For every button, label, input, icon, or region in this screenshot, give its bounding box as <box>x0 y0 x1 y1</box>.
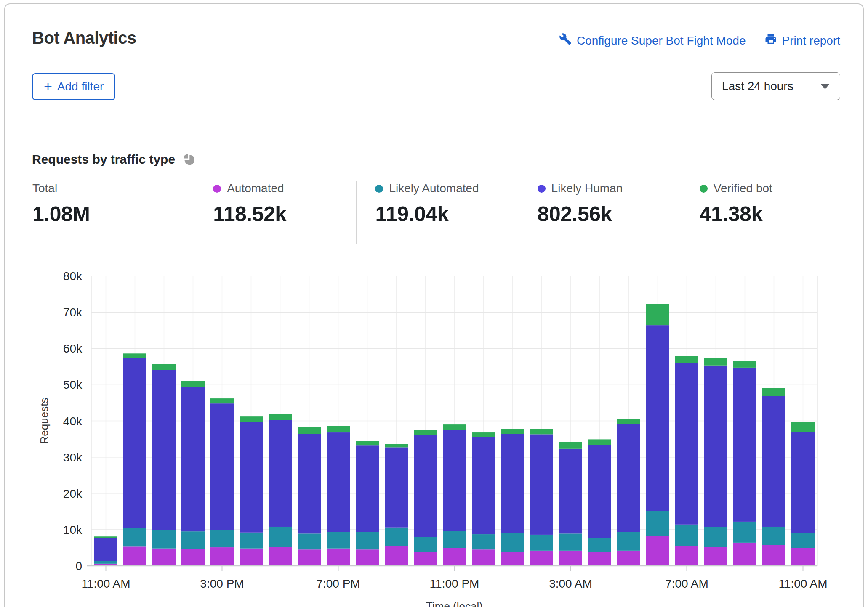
add-filter-button[interactable]: + Add filter <box>32 73 115 100</box>
bar-segment-automated[interactable] <box>269 547 292 566</box>
bar-segment-likely-automated[interactable] <box>646 511 669 536</box>
bar-segment-automated[interactable] <box>123 546 146 566</box>
bar-segment-likely-automated[interactable] <box>588 538 611 552</box>
bar-segment-likely-automated[interactable] <box>791 533 815 548</box>
bar-segment-automated[interactable] <box>733 543 756 566</box>
bar-segment-likely-automated[interactable] <box>123 528 146 546</box>
bar-segment-verified-bot[interactable] <box>733 361 756 368</box>
bar-segment-verified-bot[interactable] <box>385 444 408 448</box>
bar-segment-verified-bot[interactable] <box>269 414 292 420</box>
bar-segment-likely-automated[interactable] <box>414 537 437 552</box>
bar-segment-likely-human[interactable] <box>762 396 785 527</box>
bar-segment-likely-automated[interactable] <box>152 530 176 549</box>
bar-segment-likely-human[interactable] <box>646 325 669 511</box>
bar-segment-automated[interactable] <box>210 547 234 566</box>
bar-segment-verified-bot[interactable] <box>94 536 117 538</box>
bar-segment-automated[interactable] <box>791 548 815 566</box>
bar-segment-automated[interactable] <box>762 545 785 566</box>
bar-segment-likely-automated[interactable] <box>210 530 234 547</box>
bar-segment-verified-bot[interactable] <box>559 442 582 448</box>
bar-segment-likely-human[interactable] <box>181 387 205 531</box>
bar-segment-likely-automated[interactable] <box>181 531 205 549</box>
stat-likely-human[interactable]: Likely Human802.56k <box>519 181 681 244</box>
bar-segment-likely-human[interactable] <box>559 449 582 534</box>
bar-segment-likely-human[interactable] <box>675 363 698 525</box>
bar-segment-likely-human[interactable] <box>588 445 611 538</box>
bar-segment-automated[interactable] <box>327 549 350 566</box>
bar-segment-verified-bot[interactable] <box>501 429 524 434</box>
bar-segment-likely-automated[interactable] <box>240 533 263 549</box>
bar-segment-likely-automated[interactable] <box>94 561 117 564</box>
bar-segment-likely-human[interactable] <box>617 424 640 532</box>
bar-segment-verified-bot[interactable] <box>472 432 495 437</box>
bar-segment-likely-automated[interactable] <box>501 533 524 552</box>
bar-segment-likely-automated[interactable] <box>617 532 640 551</box>
bar-segment-automated[interactable] <box>356 549 379 566</box>
bar-segment-automated[interactable] <box>704 547 727 566</box>
bar-segment-likely-human[interactable] <box>472 437 495 534</box>
bar-segment-verified-bot[interactable] <box>646 304 669 325</box>
stat-automated[interactable]: Automated118.52k <box>194 181 356 244</box>
bar-segment-likely-automated[interactable] <box>269 527 292 547</box>
bar-segment-likely-automated[interactable] <box>356 532 379 549</box>
bar-segment-likely-automated[interactable] <box>559 533 582 550</box>
bar-segment-verified-bot[interactable] <box>181 381 205 387</box>
bar-segment-likely-human[interactable] <box>443 430 466 531</box>
bar-segment-likely-human[interactable] <box>414 435 437 537</box>
bar-segment-likely-automated[interactable] <box>762 527 785 545</box>
bar-segment-likely-automated[interactable] <box>443 531 466 548</box>
bar-segment-likely-automated[interactable] <box>530 535 553 551</box>
bar-segment-likely-automated[interactable] <box>327 532 350 549</box>
bar-segment-automated[interactable] <box>298 549 321 566</box>
bar-segment-likely-automated[interactable] <box>298 533 321 549</box>
bar-segment-automated[interactable] <box>588 552 611 566</box>
bar-segment-likely-human[interactable] <box>791 432 815 533</box>
bar-segment-automated[interactable] <box>152 549 176 566</box>
print-report-link[interactable]: Print report <box>764 33 841 48</box>
bar-segment-likely-human[interactable] <box>704 366 727 527</box>
bar-segment-automated[interactable] <box>443 548 466 566</box>
bar-segment-verified-bot[interactable] <box>123 353 146 358</box>
bar-segment-automated[interactable] <box>385 546 408 566</box>
bar-segment-likely-human[interactable] <box>152 370 176 530</box>
bar-segment-automated[interactable] <box>530 551 553 566</box>
bar-segment-automated[interactable] <box>472 549 495 566</box>
bar-segment-verified-bot[interactable] <box>762 388 785 396</box>
bar-segment-verified-bot[interactable] <box>617 419 640 424</box>
bar-segment-likely-human[interactable] <box>385 447 408 527</box>
bar-segment-likely-human[interactable] <box>210 403 234 530</box>
bar-segment-likely-human[interactable] <box>733 368 756 522</box>
bar-segment-verified-bot[interactable] <box>240 416 263 422</box>
bar-segment-likely-human[interactable] <box>356 445 379 532</box>
bar-segment-automated[interactable] <box>181 549 205 566</box>
bar-segment-likely-human[interactable] <box>123 358 146 528</box>
bar-segment-verified-bot[interactable] <box>704 358 727 366</box>
bar-segment-automated[interactable] <box>617 551 640 566</box>
bar-segment-verified-bot[interactable] <box>588 439 611 445</box>
bar-segment-verified-bot[interactable] <box>675 356 698 363</box>
bar-segment-verified-bot[interactable] <box>152 364 176 370</box>
bar-segment-likely-automated[interactable] <box>385 528 408 546</box>
bar-segment-likely-automated[interactable] <box>675 525 698 546</box>
time-range-select[interactable]: Last 24 hours <box>711 72 840 100</box>
bar-segment-likely-human[interactable] <box>240 422 263 533</box>
configure-super-bot-fight-mode-link[interactable]: Configure Super Bot Fight Mode <box>559 33 746 48</box>
bar-segment-likely-human[interactable] <box>298 434 321 534</box>
bar-segment-automated[interactable] <box>240 549 263 566</box>
bar-segment-likely-human[interactable] <box>501 434 524 533</box>
bar-segment-verified-bot[interactable] <box>298 427 321 434</box>
bar-segment-verified-bot[interactable] <box>327 426 350 433</box>
bar-segment-likely-automated[interactable] <box>733 522 756 543</box>
bar-segment-likely-automated[interactable] <box>704 527 727 547</box>
bar-segment-automated[interactable] <box>501 552 524 566</box>
bar-segment-likely-human[interactable] <box>269 420 292 527</box>
bar-segment-verified-bot[interactable] <box>443 424 466 430</box>
bar-segment-automated[interactable] <box>414 552 437 566</box>
bar-segment-automated[interactable] <box>646 536 669 566</box>
stat-verified-bot[interactable]: Verified bot41.38k <box>681 181 843 244</box>
bar-segment-verified-bot[interactable] <box>414 430 437 435</box>
bar-segment-likely-human[interactable] <box>94 538 117 561</box>
bar-segment-automated[interactable] <box>675 546 698 566</box>
bar-segment-automated[interactable] <box>559 551 582 566</box>
bar-segment-likely-human[interactable] <box>530 434 553 535</box>
